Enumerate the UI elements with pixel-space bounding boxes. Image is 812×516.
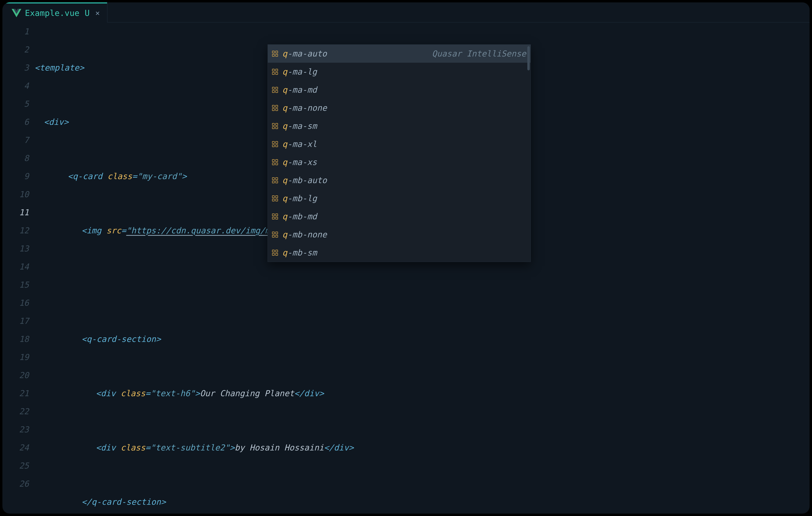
svg-rect-22: [272, 145, 274, 147]
svg-rect-12: [272, 105, 274, 108]
svg-rect-18: [272, 127, 274, 129]
intellisense-item[interactable]: q-ma-md: [268, 81, 530, 99]
svg-rect-39: [276, 217, 278, 219]
svg-rect-29: [276, 178, 278, 180]
svg-rect-4: [272, 69, 274, 71]
line-number: 14: [2, 258, 29, 276]
completion-label: q-ma-xl: [282, 135, 317, 153]
intellisense-hint: Quasar IntelliSense: [432, 45, 526, 63]
svg-rect-35: [276, 199, 278, 201]
intellisense-item[interactable]: q-mb-sm: [268, 244, 530, 262]
line-number: 12: [2, 221, 29, 240]
completion-kind-icon: [271, 140, 279, 148]
intellisense-item[interactable]: q-mb-none: [268, 225, 530, 244]
svg-rect-19: [276, 127, 278, 129]
svg-rect-5: [276, 69, 278, 71]
intellisense-item[interactable]: q-ma-sm: [268, 117, 530, 135]
line-number: 22: [2, 402, 29, 420]
svg-rect-44: [272, 250, 274, 252]
completion-kind-icon: [271, 213, 279, 220]
svg-rect-40: [272, 232, 274, 234]
line-number: 24: [2, 439, 29, 457]
line-number: 6: [2, 113, 29, 131]
svg-rect-31: [276, 181, 278, 183]
svg-rect-1: [276, 51, 278, 53]
svg-rect-32: [272, 196, 274, 198]
svg-rect-6: [272, 72, 274, 75]
intellisense-item[interactable]: q-ma-none: [268, 99, 530, 117]
completion-kind-icon: [271, 195, 279, 202]
completion-kind-icon: [271, 159, 279, 166]
completion-kind-icon: [271, 86, 279, 93]
line-number: 23: [2, 420, 29, 439]
svg-rect-3: [276, 54, 278, 56]
completion-label: q-ma-md: [282, 81, 317, 99]
line-number: 4: [2, 77, 29, 95]
completion-label: q-mb-sm: [282, 244, 317, 262]
svg-rect-38: [272, 217, 274, 219]
line-number: 1: [2, 23, 29, 40]
svg-rect-7: [276, 72, 278, 75]
intellisense-item[interactable]: q-ma-lg: [268, 63, 530, 81]
editor[interactable]: 1 2 3 4 5 6 7 8 9 10 11 12 13 14 15 16 1…: [2, 23, 810, 514]
svg-rect-14: [272, 109, 274, 111]
svg-rect-10: [272, 90, 274, 93]
completion-label: q-mb-auto: [282, 171, 327, 189]
svg-rect-13: [276, 105, 278, 108]
completion-kind-icon: [271, 177, 279, 184]
svg-rect-37: [276, 214, 278, 216]
intellisense-item[interactable]: q-ma-xl: [268, 135, 530, 153]
completion-kind-icon: [271, 231, 279, 238]
svg-rect-16: [272, 124, 274, 126]
svg-rect-47: [276, 253, 278, 255]
code-area[interactable]: <template> <div> <q-card class="my-card"…: [34, 23, 810, 514]
svg-rect-34: [272, 199, 274, 201]
svg-rect-20: [272, 141, 274, 144]
svg-rect-11: [276, 90, 278, 93]
svg-rect-2: [272, 54, 274, 56]
completion-label: q-mb-md: [282, 208, 317, 225]
svg-rect-15: [276, 109, 278, 111]
svg-rect-46: [272, 253, 274, 255]
completion-label: q-mb-none: [282, 225, 327, 244]
tab-filename: Example.vue: [25, 8, 80, 18]
intellisense-item[interactable]: q-ma-xs: [268, 153, 530, 171]
svg-rect-9: [276, 87, 278, 89]
svg-rect-23: [276, 145, 278, 147]
svg-rect-30: [272, 181, 274, 183]
line-number: 2: [2, 40, 29, 59]
line-number: 9: [2, 167, 29, 185]
line-number: 10: [2, 185, 29, 203]
svg-rect-28: [272, 178, 274, 180]
editor-window: Example.vue U × 1 2 3 4 5 6 7 8 9 10 11 …: [2, 2, 810, 514]
close-icon[interactable]: ×: [95, 9, 100, 18]
line-number-gutter: 1 2 3 4 5 6 7 8 9 10 11 12 13 14 15 16 1…: [2, 23, 34, 514]
completion-kind-icon: [271, 104, 279, 112]
intellisense-item[interactable]: q-mb-lg: [268, 189, 530, 208]
svg-rect-8: [272, 87, 274, 89]
line-number: 21: [2, 384, 29, 402]
line-number: 16: [2, 294, 29, 312]
line-number: 3: [2, 59, 29, 77]
completion-label: q-ma-lg: [282, 63, 317, 81]
line-number: 15: [2, 276, 29, 294]
line-number: 11: [2, 203, 29, 221]
line-number: 13: [2, 240, 29, 258]
line-number: 19: [2, 348, 29, 366]
completion-label: q-ma-xs: [282, 153, 317, 171]
intellisense-item[interactable]: q-ma-autoQuasar IntelliSense: [268, 45, 530, 63]
intellisense-popup[interactable]: q-ma-autoQuasar IntelliSenseq-ma-lgq-ma-…: [268, 45, 531, 262]
intellisense-item[interactable]: q-mb-md: [268, 208, 530, 225]
completion-kind-icon: [271, 123, 279, 130]
intellisense-item[interactable]: q-mb-auto: [268, 171, 530, 189]
svg-rect-33: [276, 196, 278, 198]
line-number: 7: [2, 131, 29, 149]
svg-rect-27: [276, 163, 278, 165]
line-number: 17: [2, 312, 29, 330]
line-number: 18: [2, 330, 29, 348]
tab-status: U: [85, 8, 90, 18]
completion-label: q-mb-lg: [282, 189, 317, 208]
svg-rect-41: [276, 232, 278, 234]
svg-rect-43: [276, 235, 278, 237]
file-tab[interactable]: Example.vue U ×: [2, 2, 107, 23]
